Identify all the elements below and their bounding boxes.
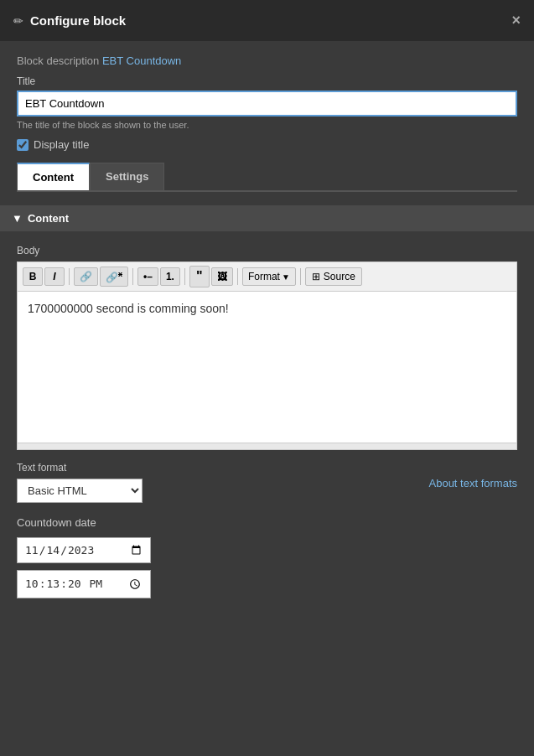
title-input[interactable] [17, 91, 517, 117]
section-content: Body B I 🔗 🔗x •– 1. " 🖼 Format ▼ [0, 231, 534, 619]
editor-toolbar: B I 🔗 🔗x •– 1. " 🖼 Format ▼ ⊞ [18, 262, 516, 292]
toolbar-sep-4 [237, 268, 238, 285]
section-bar-arrow: ▼ [12, 212, 23, 225]
countdown-section: Countdown date [17, 516, 517, 598]
editor-content: 1700000000 second is comming soon! [28, 302, 506, 315]
text-format-row: Text format Basic HTML Full HTML Plain t… [17, 462, 517, 503]
block-description-row: Block description EBT Countdown [17, 54, 517, 67]
display-title-label[interactable]: Display title [34, 138, 89, 151]
tab-content[interactable]: Content [17, 163, 90, 190]
unordered-list-button[interactable]: •– [137, 267, 158, 286]
close-icon[interactable]: × [511, 12, 521, 29]
editor-resize-bar[interactable] [18, 443, 516, 449]
text-format-label: Text format [17, 462, 143, 474]
display-title-row: Display title [17, 138, 517, 151]
toolbar-sep-1 [69, 268, 70, 285]
title-label: Title [17, 75, 517, 87]
toolbar-sep-5 [300, 268, 301, 285]
pencil-icon: ✏ [13, 14, 23, 28]
tab-settings[interactable]: Settings [90, 163, 164, 190]
title-hint: The title of the block as shown to the u… [17, 120, 517, 130]
section-bar-label: Content [28, 212, 69, 225]
countdown-time-input[interactable] [17, 570, 151, 598]
blockquote-button[interactable]: " [189, 266, 210, 287]
bold-button[interactable]: B [23, 267, 43, 286]
panel-body: Block description EBT Countdown Title Th… [0, 41, 534, 205]
panel-header-title: Configure block [30, 13, 126, 28]
about-formats-link[interactable]: About text formats [429, 477, 518, 489]
format-dropdown[interactable]: Format ▼ [242, 267, 296, 286]
text-format-left: Text format Basic HTML Full HTML Plain t… [17, 462, 143, 503]
unlink-button[interactable]: 🔗x [100, 267, 128, 287]
body-label: Body [17, 245, 517, 256]
toolbar-sep-2 [132, 268, 133, 285]
source-icon: ⊞ [312, 271, 320, 282]
link-button[interactable]: 🔗 [74, 267, 98, 286]
panel-header-left: ✏ Configure block [13, 13, 126, 28]
section-bar: ▼ Content [0, 205, 534, 231]
format-dropdown-icon: ▼ [282, 272, 290, 282]
block-description-label: Block description [17, 54, 99, 67]
format-label: Format [248, 271, 280, 282]
image-button[interactable]: 🖼 [211, 267, 233, 286]
countdown-date-input[interactable] [17, 537, 151, 563]
countdown-label: Countdown date [17, 516, 517, 529]
panel-header: ✏ Configure block × [0, 0, 534, 41]
editor-area[interactable]: 1700000000 second is comming soon! [18, 292, 516, 443]
block-description-value: EBT Countdown [102, 54, 181, 67]
text-format-select[interactable]: Basic HTML Full HTML Plain text Restrict… [17, 479, 143, 503]
source-label: Source [324, 271, 355, 282]
tabs-row: Content Settings [17, 163, 517, 192]
configure-block-panel: ✏ Configure block × Block description EB… [0, 0, 534, 756]
source-button[interactable]: ⊞ Source [305, 267, 362, 286]
toolbar-sep-3 [184, 268, 185, 285]
ordered-list-button[interactable]: 1. [160, 267, 180, 286]
display-title-checkbox[interactable] [17, 139, 29, 151]
editor-container: B I 🔗 🔗x •– 1. " 🖼 Format ▼ ⊞ [17, 261, 517, 450]
italic-button[interactable]: I [44, 267, 65, 286]
